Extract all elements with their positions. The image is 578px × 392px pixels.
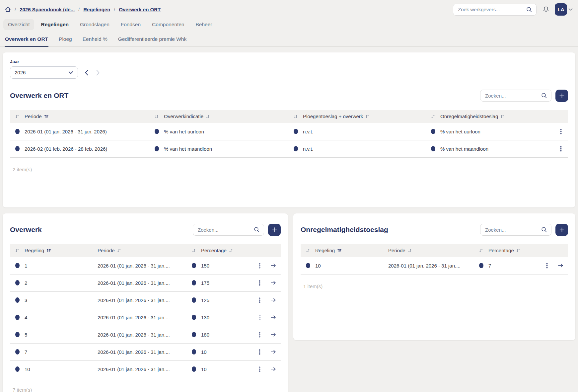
column-header-ploegentoeslag[interactable]: Ploegentoeslag + overwerk bbox=[303, 114, 426, 119]
overwerk-search-input[interactable] bbox=[193, 224, 264, 236]
status-dot bbox=[10, 315, 25, 320]
column-header-regeling[interactable]: Regeling bbox=[315, 248, 388, 253]
table-row: 2026-02 (01 feb. 2026 - 28 feb. 2026)% v… bbox=[10, 140, 568, 158]
sort-ascending-icon bbox=[46, 249, 51, 253]
row-open-button[interactable] bbox=[270, 280, 276, 285]
overwerk-en-ort-card: Jaar 2026 Overwerk en ORT Periode Overwe… bbox=[3, 52, 575, 207]
main-table-search bbox=[480, 90, 551, 102]
tab-ploeg[interactable]: Ploeg bbox=[58, 34, 72, 47]
table-row: 32026-01 (01 jan. 2026 - 31 jan....125 bbox=[10, 292, 281, 309]
cell-regeling: 10 bbox=[25, 366, 98, 372]
row-open-button[interactable] bbox=[558, 263, 563, 268]
row-menu-button[interactable] bbox=[258, 297, 261, 303]
cell-periode: 2026-01 (01 jan. 2026 - 31 jan.... bbox=[98, 366, 186, 372]
column-header-percentage[interactable]: Percentage bbox=[488, 248, 541, 253]
column-header-regeling[interactable]: Regeling bbox=[25, 248, 98, 253]
row-menu-button[interactable] bbox=[258, 263, 261, 269]
search-icon[interactable] bbox=[541, 227, 547, 233]
add-ort-button[interactable] bbox=[555, 224, 568, 236]
ort-title: Onregelmatigheidstoeslag bbox=[301, 226, 388, 234]
column-label: Regeling bbox=[315, 248, 335, 253]
cell-percentage: 7 bbox=[488, 263, 541, 269]
sort-icon[interactable] bbox=[288, 115, 303, 118]
nav-item-overzicht[interactable]: Overzicht bbox=[3, 19, 34, 30]
sort-icon bbox=[117, 249, 121, 253]
row-open-button[interactable] bbox=[270, 367, 276, 371]
avatar[interactable]: LA bbox=[555, 3, 567, 16]
sort-icon[interactable] bbox=[10, 249, 25, 253]
sort-icon[interactable] bbox=[186, 249, 201, 253]
cell-percentage: 150 bbox=[201, 263, 253, 269]
table-row: 2026-01 (01 jan. 2026 - 31 jan. 2026)% v… bbox=[10, 123, 568, 140]
search-icon[interactable] bbox=[254, 227, 260, 233]
notifications-button[interactable] bbox=[542, 6, 549, 13]
column-header-percentage[interactable]: Percentage bbox=[201, 248, 253, 253]
jaar-value: 2026 bbox=[15, 70, 26, 75]
sort-icon[interactable] bbox=[149, 115, 164, 118]
search-icon[interactable] bbox=[541, 93, 547, 99]
row-open-button[interactable] bbox=[270, 263, 276, 268]
year-pager bbox=[85, 70, 100, 76]
status-dot bbox=[186, 366, 201, 372]
previous-year-button[interactable] bbox=[85, 70, 89, 76]
column-header-periode[interactable]: Periode bbox=[388, 248, 474, 253]
column-header-periode[interactable]: Periode bbox=[98, 248, 186, 253]
plus-icon bbox=[559, 93, 565, 99]
column-header-overwerkindicatie[interactable]: Overwerkindicatie bbox=[164, 114, 288, 119]
status-dot bbox=[301, 263, 315, 268]
nav-item-fondsen[interactable]: Fondsen bbox=[116, 19, 145, 30]
main-table-header: Periode Overwerkindicatie Ploegentoeslag… bbox=[10, 110, 568, 123]
onregelmatigheidstoeslag-card: Onregelmatigheidstoeslag Regeling Period… bbox=[293, 213, 575, 340]
nav-item-componenten[interactable]: Componenten bbox=[147, 19, 189, 30]
breadcrumb-regelingen-link[interactable]: Regelingen bbox=[83, 7, 110, 12]
tab-gedifferentieerde-premie-whk[interactable]: Gedifferentieerde premie Whk bbox=[118, 34, 187, 47]
column-header-onregelmatigheidstoeslag[interactable]: Onregelmatigheidstoeslag bbox=[440, 114, 553, 119]
row-menu-button[interactable] bbox=[258, 332, 261, 338]
jaar-select[interactable]: 2026 bbox=[10, 66, 78, 79]
row-menu-button[interactable] bbox=[546, 263, 548, 269]
sort-icon bbox=[206, 115, 210, 118]
row-menu-button[interactable] bbox=[560, 129, 562, 134]
main-table-search-input[interactable] bbox=[480, 90, 551, 102]
nav-item-grondslagen[interactable]: Grondslagen bbox=[75, 19, 114, 30]
sort-icon[interactable] bbox=[10, 115, 25, 118]
status-dot bbox=[186, 349, 201, 354]
row-menu-button[interactable] bbox=[560, 146, 562, 152]
row-open-button[interactable] bbox=[270, 315, 276, 320]
nav-item-regelingen[interactable]: Regelingen bbox=[36, 19, 73, 30]
nav-item-beheer[interactable]: Beheer bbox=[191, 19, 217, 30]
sort-icon[interactable] bbox=[474, 249, 488, 253]
home-icon[interactable] bbox=[5, 6, 11, 13]
cell-periode: 2026-01 (01 jan. 2026 - 31 jan.... bbox=[98, 297, 186, 303]
table-row: 22026-01 (01 jan. 2026 - 31 jan....175 bbox=[10, 274, 281, 292]
sort-icon[interactable] bbox=[426, 115, 440, 118]
search-icon[interactable] bbox=[526, 7, 532, 13]
user-menu[interactable]: LA bbox=[555, 3, 573, 16]
cell-regeling: 10 bbox=[315, 263, 388, 269]
row-open-button[interactable] bbox=[270, 332, 276, 337]
row-menu-button[interactable] bbox=[258, 315, 261, 320]
sub-nav: Overwerk en ORT Ploeg Eenheid % Gediffer… bbox=[0, 32, 578, 47]
overwerk-title: Overwerk bbox=[10, 226, 42, 234]
row-open-button[interactable] bbox=[270, 298, 276, 302]
tab-overwerk-en-ort[interactable]: Overwerk en ORT bbox=[5, 34, 48, 47]
tab-eenheid[interactable]: Eenheid % bbox=[82, 34, 108, 47]
sort-icon[interactable] bbox=[301, 249, 315, 253]
breadcrumb-current-link[interactable]: Overwerk en ORT bbox=[119, 7, 161, 12]
add-periode-button[interactable] bbox=[555, 90, 568, 102]
cell-periode: 2026-01 (01 jan. 2026 - 31 jan. 2026) bbox=[25, 129, 149, 134]
breadcrumb-employer-link[interactable]: 2026 Spaendonck (de... bbox=[20, 7, 75, 12]
status-dot bbox=[426, 129, 440, 134]
ort-search-input[interactable] bbox=[480, 224, 551, 236]
row-menu-button[interactable] bbox=[258, 280, 261, 286]
row-open-button[interactable] bbox=[270, 350, 276, 354]
employer-search-input[interactable] bbox=[453, 4, 537, 16]
column-label: Overwerkindicatie bbox=[164, 114, 203, 119]
topbar: / 2026 Spaendonck (de... / Regelingen / … bbox=[0, 0, 578, 17]
add-overwerk-button[interactable] bbox=[268, 224, 281, 236]
column-header-periode[interactable]: Periode bbox=[25, 114, 149, 119]
row-menu-button[interactable] bbox=[258, 366, 261, 372]
status-dot bbox=[10, 366, 25, 372]
status-dot bbox=[186, 297, 201, 303]
row-menu-button[interactable] bbox=[258, 349, 261, 355]
